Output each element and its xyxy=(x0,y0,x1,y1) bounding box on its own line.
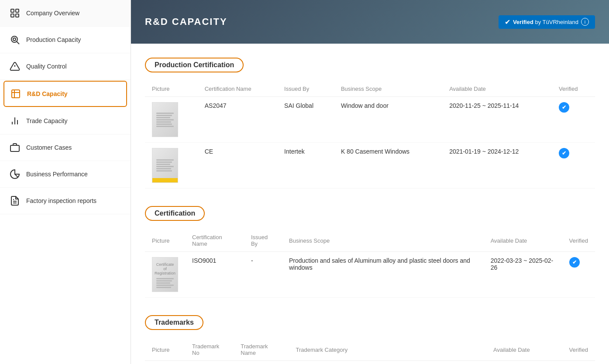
sidebar-item-label: R&D Capacity xyxy=(27,90,68,97)
svg-rect-3 xyxy=(16,14,19,17)
col-issued-by: Issued By xyxy=(277,81,334,97)
available-date-cell: 2020-11-25 ~ 2025-11-14 xyxy=(442,97,552,143)
verified-check-icon: ✔ xyxy=(559,102,569,113)
sidebar-item-production-capacity[interactable]: Production Capacity xyxy=(0,27,131,53)
checkmark-icon: ✔ xyxy=(505,18,510,26)
svg-rect-12 xyxy=(10,145,19,151)
verified-cell: ✔ xyxy=(562,361,595,364)
col-trademark-no: Trademark No xyxy=(185,339,234,361)
col-picture: Picture xyxy=(145,339,185,361)
quality-control-icon xyxy=(9,60,21,72)
svg-rect-1 xyxy=(16,9,19,12)
svg-point-6 xyxy=(13,38,16,41)
production-certification-title: Production Certification xyxy=(145,58,244,72)
business-performance-icon xyxy=(9,168,21,180)
svg-line-5 xyxy=(17,41,19,44)
col-available-date: Available Date xyxy=(484,230,562,252)
cert-picture-cell xyxy=(145,143,198,189)
verified-cell: ✔ xyxy=(552,97,595,143)
col-available-date: Available Date xyxy=(442,81,552,97)
table-row: 注册商标 12348183 HUIW Metallic windows for … xyxy=(145,361,595,364)
certification-table: Picture Certification Name Issued By Bus… xyxy=(145,230,595,298)
col-cert-name: Certification Name xyxy=(198,81,277,97)
cert-image xyxy=(152,148,178,183)
cert-name-cell: ISO9001 xyxy=(185,252,244,298)
sidebar-item-factory-inspection[interactable]: Factory inspection reports xyxy=(0,188,131,214)
main-content: R&D CAPACITY ✔ Verified by TüVRheinland … xyxy=(131,0,609,364)
svg-rect-2 xyxy=(11,14,14,17)
sidebar-item-label: Quality Control xyxy=(26,63,67,70)
sidebar-item-label: Customer Cases xyxy=(26,144,72,151)
info-icon: i xyxy=(581,18,589,26)
col-trademark-name: Trademark Name xyxy=(234,339,289,361)
col-cert-name: Certification Name xyxy=(185,230,244,252)
col-verified: Verified xyxy=(562,339,595,361)
verified-cell: ✔ xyxy=(552,143,595,189)
rd-header-banner: R&D CAPACITY ✔ Verified by TüVRheinland … xyxy=(131,0,609,44)
trademarks-table: Picture Trademark No Trademark Name Trad… xyxy=(145,339,595,364)
col-issued-by: Issued By xyxy=(244,230,282,252)
sidebar-item-rd-capacity[interactable]: R&D Capacity xyxy=(3,81,127,107)
content-area: Production Certification Picture Certifi… xyxy=(131,44,609,364)
svg-point-4 xyxy=(11,36,17,42)
trade-capacity-icon xyxy=(9,115,21,127)
verified-label: Verified by TüVRheinland xyxy=(513,19,578,25)
certification-title: Certification xyxy=(145,206,205,221)
rd-header-title: R&D CAPACITY xyxy=(145,16,227,27)
sidebar-item-trade-capacity[interactable]: Trade Capacity xyxy=(0,108,131,134)
col-verified: Verified xyxy=(552,81,595,97)
company-overview-icon xyxy=(9,7,21,19)
sidebar-item-label: Trade Capacity xyxy=(26,117,67,124)
cert-image xyxy=(152,102,178,137)
rd-capacity-icon xyxy=(10,88,22,100)
production-certification-section: Production Certification Picture Certifi… xyxy=(145,54,595,189)
sidebar-item-label: Company Overview xyxy=(26,10,79,17)
cert-image: Certificate of Registration xyxy=(152,257,178,292)
trademark-name-cell: HUIW xyxy=(234,361,289,364)
cert-picture-cell: Certificate of Registration xyxy=(145,252,185,298)
col-trademark-category: Trademark Category xyxy=(289,339,487,361)
available-date-cell: 2022-03-23 ~ 2025-02-26 xyxy=(484,252,562,298)
sidebar-item-business-performance[interactable]: Business Performance xyxy=(0,161,131,188)
col-business-scope: Business Scope xyxy=(334,81,442,97)
trademarks-section: Trademarks Picture Trademark No Trademar… xyxy=(145,312,595,364)
cert-picture-cell xyxy=(145,97,198,143)
col-verified: Verified xyxy=(562,230,595,252)
certification-section: Certification Picture Certification Name… xyxy=(145,203,595,298)
verified-cell: ✔ xyxy=(562,252,595,298)
sidebar-item-company-overview[interactable]: Company Overview xyxy=(0,0,131,27)
verified-check-icon: ✔ xyxy=(569,257,580,268)
issued-by-cell: - xyxy=(244,252,282,298)
business-scope-cell: Window and door xyxy=(334,97,442,143)
table-row: Certificate of Registration xyxy=(145,252,595,298)
factory-inspection-icon xyxy=(9,195,21,207)
production-capacity-icon xyxy=(9,34,21,46)
available-date-cell: 2021-01-19 ~ 2024-12-12 xyxy=(442,143,552,189)
sidebar-item-customer-cases[interactable]: Customer Cases xyxy=(0,134,131,161)
trademark-no-cell: 12348183 xyxy=(185,361,234,364)
trademark-picture-cell: 注册商标 xyxy=(145,361,185,364)
col-available-date: Available Date xyxy=(486,339,562,361)
verified-check-icon: ✔ xyxy=(559,148,569,158)
production-certification-table: Picture Certification Name Issued By Bus… xyxy=(145,81,595,189)
sidebar: Company Overview Production Capacity Qua… xyxy=(0,0,131,364)
table-row: CE Intertek K 80 Casement Windows 2021-0… xyxy=(145,143,595,189)
col-business-scope: Business Scope xyxy=(282,230,484,252)
col-picture: Picture xyxy=(145,230,185,252)
table-row: AS2047 SAI Global Window and door 2020-1… xyxy=(145,97,595,143)
customer-cases-icon xyxy=(9,141,21,154)
business-scope-cell: Production and sales of Aluminum alloy a… xyxy=(282,252,484,298)
cert-name-cell: AS2047 xyxy=(198,97,277,143)
business-scope-cell: K 80 Casement Windows xyxy=(334,143,442,189)
col-picture: Picture xyxy=(145,81,198,97)
available-date-cell: 2013-06-19 ~ 2025-03-20 xyxy=(486,361,562,364)
trademark-category-cell: Metallic windows for windows; Metal fitt… xyxy=(289,361,487,364)
sidebar-item-label: Factory inspection reports xyxy=(26,197,96,204)
trademarks-title: Trademarks xyxy=(145,315,203,330)
sidebar-item-quality-control[interactable]: Quality Control xyxy=(0,53,131,80)
sidebar-item-label: Business Performance xyxy=(26,171,88,178)
svg-rect-0 xyxy=(11,9,14,12)
cert-name-cell: CE xyxy=(198,143,277,189)
issued-by-cell: SAI Global xyxy=(277,97,334,143)
sidebar-item-label: Production Capacity xyxy=(26,36,81,43)
